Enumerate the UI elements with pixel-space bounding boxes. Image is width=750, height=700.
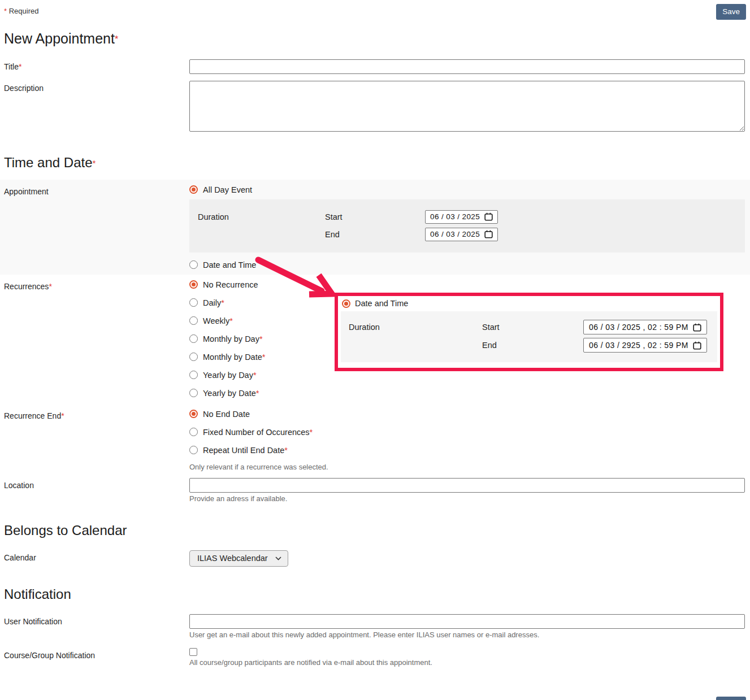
calendar-select[interactable]: ILIAS Webcalendar xyxy=(189,550,288,567)
all-day-event-option: All Day Event xyxy=(189,184,745,195)
recurrence-end-option-fixed-number: Fixed Number of Occurences* xyxy=(189,427,745,437)
no-recurrence-radio[interactable] xyxy=(189,280,198,289)
course-group-notification-label: Course/Group Notification xyxy=(4,648,189,660)
fixed-number-radio[interactable] xyxy=(189,428,198,436)
recurrence-option-yearly-by-day: Yearly by Day* xyxy=(189,369,745,380)
all-day-event-radio[interactable] xyxy=(189,185,198,194)
description-label: Description xyxy=(4,81,189,93)
recurrence-end-label: Recurrence End* xyxy=(4,408,189,420)
start-label: Start xyxy=(325,212,425,221)
yearly-by-date-radio[interactable] xyxy=(189,389,198,397)
annotation-date-and-time-radio[interactable] xyxy=(342,299,350,308)
date-and-time-label: Date and Time xyxy=(203,260,256,269)
end-label: End xyxy=(325,230,425,239)
all-day-duration-panel: Duration Start 06 / 03 / 2025 End 06 / 0… xyxy=(189,199,745,253)
recurrence-end-byline: Only relevant if a recurrence was select… xyxy=(189,463,745,471)
page-title-text: New Appointment xyxy=(4,31,115,46)
location-label: Location xyxy=(4,478,189,490)
recurrences-label: Recurrences* xyxy=(4,279,189,291)
calendar-label: Calendar xyxy=(4,550,189,562)
description-row: Description xyxy=(0,77,750,135)
calendar-icon xyxy=(484,212,493,221)
annotation-start-datetime-input[interactable]: 06 / 03 / 2025 , 02 : 59 PM xyxy=(583,320,707,334)
user-notification-label: User Notification xyxy=(4,614,189,626)
annotation-end-datetime-input[interactable]: 06 / 03 / 2925 , 02 : 59 PM xyxy=(583,338,707,353)
user-notification-input[interactable] xyxy=(189,614,745,629)
calendar-row: Calendar ILIAS Webcalendar xyxy=(0,547,750,570)
course-group-notification-checkbox[interactable] xyxy=(189,648,197,656)
annotation-duration-label: Duration xyxy=(341,323,482,332)
duration-label: Duration xyxy=(189,212,325,221)
course-group-notification-byline: All course/group participants are notifi… xyxy=(189,658,745,667)
all-day-event-label: All Day Event xyxy=(203,185,252,194)
monthly-by-date-radio[interactable] xyxy=(189,353,198,361)
end-date-value: 06 / 03 / 2025 xyxy=(430,230,480,238)
annotation-box: Date and Time Duration Start 06 / 03 / 2… xyxy=(335,293,723,371)
repeat-until-radio[interactable] xyxy=(189,446,198,454)
end-date-input[interactable]: 06 / 03 / 2025 xyxy=(425,228,498,241)
daily-radio[interactable] xyxy=(189,298,198,307)
course-group-notification-row: Course/Group Notification All course/gro… xyxy=(0,645,750,670)
annotation-start-datetime-value: 06 / 03 / 2025 , 02 : 59 PM xyxy=(589,323,688,332)
user-notification-row: User Notification User get an e-mail abo… xyxy=(0,611,750,642)
required-label: Required xyxy=(9,7,39,15)
annotation-duration-panel: Duration Start 06 / 03 / 2025 , 02 : 59 … xyxy=(341,311,717,362)
save-button[interactable]: Save xyxy=(716,697,746,700)
no-end-date-radio[interactable] xyxy=(189,410,198,418)
monthly-by-day-radio[interactable] xyxy=(189,334,198,343)
description-textarea[interactable] xyxy=(189,81,745,132)
recurrence-option-no-recurrence: No Recurrence xyxy=(189,279,745,290)
required-asterisk: * xyxy=(4,7,7,15)
chevron-down-icon xyxy=(275,556,281,560)
user-notification-byline: User get an e-mail about this newly adde… xyxy=(189,631,745,639)
required-note: * Required xyxy=(4,4,38,15)
recurrence-end-option-no-end-date: No End Date xyxy=(189,408,745,419)
time-and-date-heading: Time and Date* xyxy=(4,154,750,172)
recurrence-end-row: Recurrence End* No End Date Fixed Number… xyxy=(0,404,750,475)
page-title-required-asterisk: * xyxy=(115,34,118,44)
page-title: New Appointment* xyxy=(4,30,750,48)
date-and-time-radio[interactable] xyxy=(189,260,198,269)
start-date-input[interactable]: 06 / 03 / 2025 xyxy=(425,210,498,224)
annotation-date-and-time-label: Date and Time xyxy=(355,299,408,308)
annotation-end-datetime-value: 06 / 03 / 2925 , 02 : 59 PM xyxy=(589,341,688,350)
calendar-icon xyxy=(693,341,701,350)
calendar-icon xyxy=(693,323,701,332)
top-toolbar: * Required Save xyxy=(0,0,750,20)
calendar-icon xyxy=(484,230,493,238)
bottom-toolbar: * Required Save xyxy=(0,693,750,700)
annotation-date-and-time-option: Date and Time xyxy=(338,296,720,310)
notification-heading: Notification xyxy=(4,586,750,603)
save-button[interactable]: Save xyxy=(716,4,746,20)
appointment-label: Appointment xyxy=(4,184,189,196)
title-label: Title* xyxy=(4,59,189,71)
title-input[interactable] xyxy=(189,59,745,74)
recurrence-option-yearly-by-date: Yearly by Date* xyxy=(189,388,745,398)
annotation-end-label: End xyxy=(482,341,583,350)
recurrence-end-option-repeat-until: Repeat Until End Date* xyxy=(189,445,745,455)
required-note: * Required xyxy=(4,697,38,700)
title-row: Title* xyxy=(0,56,750,77)
appointment-row: Appointment All Day Event Duration Start… xyxy=(0,180,750,275)
location-row: Location Provide an adress if available. xyxy=(0,475,750,506)
yearly-by-day-radio[interactable] xyxy=(189,371,198,379)
start-date-value: 06 / 03 / 2025 xyxy=(430,212,480,221)
location-byline: Provide an adress if available. xyxy=(189,494,745,503)
location-input[interactable] xyxy=(189,478,745,493)
belongs-to-calendar-heading: Belongs to Calendar xyxy=(4,522,750,539)
date-and-time-option: Date and Time xyxy=(189,259,745,270)
annotation-start-label: Start xyxy=(482,323,583,332)
calendar-select-value: ILIAS Webcalendar xyxy=(197,554,268,563)
weekly-radio[interactable] xyxy=(189,316,198,325)
